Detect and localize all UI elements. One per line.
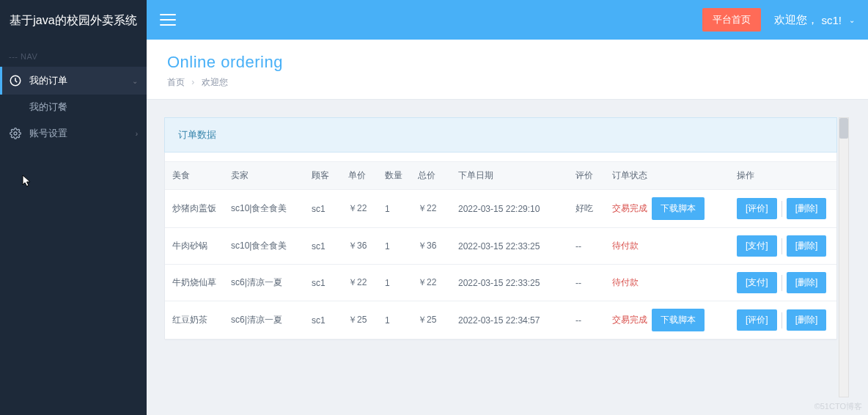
action-separator [781, 312, 782, 328]
watermark: ©51CTO博客 [814, 401, 862, 412]
table-cell: ￥25 [341, 301, 378, 339]
cursor-icon [22, 175, 32, 190]
table-cell: -- [568, 265, 605, 301]
sidebar-sub-my-orders[interactable]: 我的订餐 [0, 95, 147, 120]
review-button[interactable]: [评价] [737, 309, 777, 331]
table-header: 单价 [341, 162, 378, 190]
table-cell: 2022-03-15 22:33:25 [451, 265, 568, 301]
table-cell: -- [568, 228, 605, 265]
delete-button[interactable]: [删除] [787, 272, 827, 293]
status-cell: 交易完成下载脚本 [605, 301, 729, 339]
status-cell: 待付款 [605, 228, 729, 265]
breadcrumb: 首页 › 欢迎您 [167, 76, 847, 89]
table-cell: 好吃 [568, 190, 605, 228]
panel-title: 订单数据 [164, 117, 837, 153]
table-cell: 2022-03-15 22:34:57 [451, 301, 568, 339]
table-header: 操作 [729, 162, 836, 190]
download-script-button[interactable]: 下载脚本 [652, 309, 705, 331]
table-cell: ￥25 [411, 301, 451, 339]
action-separator [781, 275, 782, 291]
table-cell: 1 [378, 190, 411, 228]
table-cell: 1 [378, 301, 411, 339]
table-cell: 2022-03-15 22:29:10 [451, 190, 568, 228]
table-cell: sc1 [304, 228, 341, 265]
review-button[interactable]: [评价] [737, 198, 777, 219]
gear-icon [9, 127, 22, 140]
table-cell: sc6|清凉一夏 [224, 265, 304, 301]
username: sc1! [821, 14, 842, 26]
sidebar-item-label: 账号设置 [29, 127, 136, 140]
table-cell: 1 [378, 228, 411, 265]
table-header: 下单日期 [451, 162, 568, 190]
chevron-down-icon: ⌄ [132, 77, 138, 85]
orders-panel: 订单数据 美食卖家顾客单价数量总价下单日期评价订单状态操作 炒猪肉盖饭sc10|… [164, 117, 837, 340]
chevron-down-icon: ⌄ [849, 16, 855, 24]
chevron-right-icon: › [136, 130, 138, 138]
action-separator [781, 201, 782, 217]
table-cell: ￥22 [411, 190, 451, 228]
app-title: 基于java的校园外卖系统 [0, 0, 147, 42]
order-status: 交易完成 [612, 203, 647, 213]
svg-point-1 [14, 132, 17, 135]
user-menu[interactable]: 欢迎您， sc1! ⌄ [774, 13, 855, 27]
ops-cell: [评价][删除] [729, 190, 836, 228]
action-separator [781, 238, 782, 254]
table-header: 顾客 [304, 162, 341, 190]
status-cell: 交易完成下载脚本 [605, 190, 729, 228]
table-cell: 2022-03-15 22:33:25 [451, 228, 568, 265]
delete-button[interactable]: [删除] [787, 235, 827, 257]
table-row: 炒猪肉盖饭sc10|食全食美sc1￥221￥222022-03-15 22:29… [165, 190, 836, 228]
breadcrumb-item[interactable]: 首页 [167, 77, 185, 87]
table-row: 牛肉砂锅sc10|食全食美sc1￥361￥362022-03-15 22:33:… [165, 228, 836, 265]
topbar: 平台首页 欢迎您， sc1! ⌄ [147, 0, 868, 40]
order-status: 待付款 [612, 240, 639, 251]
table-cell: -- [568, 301, 605, 339]
sidebar-item-label: 我的订单 [29, 74, 132, 87]
table-header: 卖家 [224, 162, 304, 190]
pay-button[interactable]: [支付] [737, 235, 777, 257]
table-cell: sc1 [304, 301, 341, 339]
orders-table: 美食卖家顾客单价数量总价下单日期评价订单状态操作 炒猪肉盖饭sc10|食全食美s… [165, 161, 836, 339]
table-cell: ￥36 [341, 228, 378, 265]
menu-toggle-icon[interactable] [160, 14, 176, 26]
table-cell: 牛肉砂锅 [165, 228, 224, 265]
platform-home-button[interactable]: 平台首页 [702, 8, 761, 32]
page-title: Online ordering [167, 53, 847, 72]
sidebar-item-orders[interactable]: 我的订单 ⌄ [0, 67, 147, 95]
table-cell: ￥22 [341, 265, 378, 301]
table-header: 订单状态 [605, 162, 729, 190]
table-cell: 牛奶烧仙草 [165, 265, 224, 301]
table-header: 美食 [165, 162, 224, 190]
scrollbar-thumb[interactable] [839, 118, 848, 139]
delete-button[interactable]: [删除] [787, 198, 827, 219]
pay-button[interactable]: [支付] [737, 272, 777, 293]
sidebar-item-account[interactable]: 账号设置 › [0, 120, 147, 147]
table-row: 牛奶烧仙草sc6|清凉一夏sc1￥221￥222022-03-15 22:33:… [165, 265, 836, 301]
table-cell: ￥22 [411, 265, 451, 301]
table-cell: ￥22 [341, 190, 378, 228]
dashboard-icon [9, 74, 22, 87]
table-header: 总价 [411, 162, 451, 190]
table-cell: 红豆奶茶 [165, 301, 224, 339]
table-cell: sc10|食全食美 [224, 228, 304, 265]
ops-cell: [支付][删除] [729, 228, 836, 265]
status-cell: 待付款 [605, 265, 729, 301]
sidebar: 基于java的校园外卖系统 --- NAV 我的订单 ⌄ 我的订餐 账号设置 › [0, 0, 147, 415]
delete-button[interactable]: [删除] [787, 309, 827, 331]
table-cell: 1 [378, 265, 411, 301]
nav-section-label: --- NAV [0, 42, 147, 67]
content-header: Online ordering 首页 › 欢迎您 [147, 40, 868, 100]
table-cell: ￥36 [411, 228, 451, 265]
breadcrumb-item: 欢迎您 [202, 77, 228, 87]
download-script-button[interactable]: 下载脚本 [652, 197, 705, 220]
table-row: 红豆奶茶sc6|清凉一夏sc1￥251￥252022-03-15 22:34:5… [165, 301, 836, 339]
table-cell: sc1 [304, 190, 341, 228]
welcome-text: 欢迎您， [774, 13, 818, 27]
content-body: 订单数据 美食卖家顾客单价数量总价下单日期评价订单状态操作 炒猪肉盖饭sc10|… [147, 100, 868, 415]
order-status: 交易完成 [612, 315, 647, 325]
table-cell: 炒猪肉盖饭 [165, 190, 224, 228]
main-content: 平台首页 欢迎您， sc1! ⌄ Online ordering 首页 › 欢迎… [147, 0, 868, 415]
ops-cell: [支付][删除] [729, 265, 836, 301]
scrollbar[interactable] [839, 117, 849, 397]
ops-cell: [评价][删除] [729, 301, 836, 339]
